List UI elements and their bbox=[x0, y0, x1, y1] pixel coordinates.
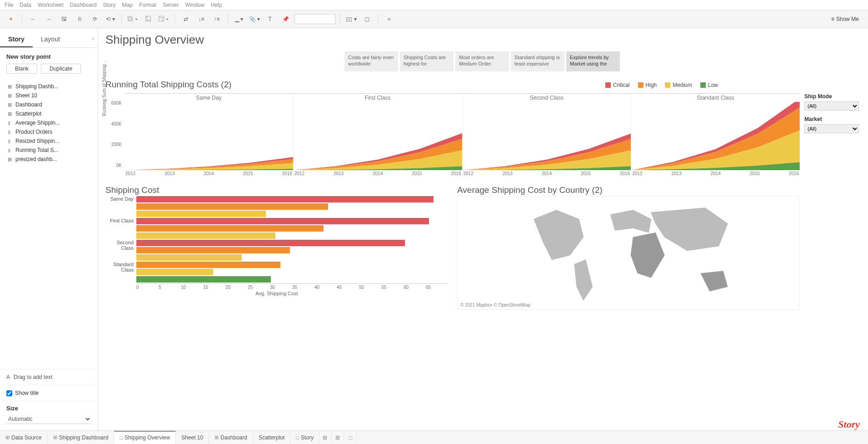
swap-icon[interactable]: ⇄ bbox=[180, 13, 192, 25]
menu-format[interactable]: Format bbox=[139, 2, 156, 8]
duplicate-icon[interactable]: ⿺ bbox=[142, 13, 155, 25]
sheet-item[interactable]: ⫿Average Shippin... bbox=[0, 118, 98, 127]
group-icon[interactable]: 📎 ▾ bbox=[248, 13, 261, 25]
auto-update-icon[interactable]: ⟲ ▾ bbox=[104, 13, 117, 25]
menu-help[interactable]: Help bbox=[211, 2, 222, 8]
menu-bar: File Data Worksheet Dashboard Story Map … bbox=[0, 0, 868, 10]
sheet-icon: ⊞ bbox=[6, 84, 13, 90]
sheet-item[interactable]: ⊞presized dashb... bbox=[0, 155, 98, 164]
story-caption[interactable]: Standard shipping is least expensive bbox=[511, 51, 564, 71]
menu-worksheet[interactable]: Worksheet bbox=[38, 2, 64, 8]
save-icon[interactable]: 🖫 bbox=[58, 13, 70, 25]
show-title-checkbox[interactable]: Show title bbox=[0, 385, 98, 401]
duplicate-button[interactable]: Duplicate bbox=[41, 64, 81, 74]
world-map[interactable]: © 2021 Mapbox © OpenStreetMap bbox=[457, 196, 800, 310]
sheet-item[interactable]: ⊞Sheet 10 bbox=[0, 91, 98, 100]
legend-label: High bbox=[646, 82, 657, 88]
blank-button[interactable]: Blank bbox=[6, 64, 37, 74]
story-caption[interactable]: Explore trends by Market using the bbox=[566, 51, 620, 71]
sheet-item[interactable]: ⊞Dashboard bbox=[0, 100, 98, 109]
story-title: Shipping Overview bbox=[105, 33, 859, 47]
collapse-pane-icon[interactable]: ‹ bbox=[89, 32, 98, 47]
highlight-icon[interactable]: ▁ ▾ bbox=[233, 13, 245, 25]
bottom-tab[interactable]: Scatterplot bbox=[253, 431, 290, 431]
bottom-tab[interactable]: ⊞Shipping Dashboard bbox=[48, 431, 115, 431]
bottom-tab[interactable]: ⊞Data Source bbox=[0, 431, 48, 431]
legend-item[interactable]: Medium bbox=[665, 82, 692, 88]
menu-dashboard[interactable]: Dashboard bbox=[70, 2, 97, 8]
pin-icon[interactable]: 📌 bbox=[279, 13, 292, 25]
tab-layout[interactable]: Layout bbox=[33, 32, 68, 47]
story-watermark: Story bbox=[838, 419, 860, 430]
sheet-item[interactable]: ⫿Running Total S... bbox=[0, 146, 98, 155]
bar-row: Second Class bbox=[105, 240, 448, 262]
legend-item[interactable]: Low bbox=[700, 82, 718, 88]
menu-map[interactable]: Map bbox=[122, 2, 133, 8]
tableau-logo-icon[interactable]: ✦ bbox=[5, 13, 17, 25]
story-caption[interactable]: Most orders are Medium Order bbox=[455, 51, 509, 71]
legend-item[interactable]: Critical bbox=[605, 82, 630, 88]
sort-desc-icon[interactable]: ↑≡ bbox=[210, 13, 223, 25]
bottom-tab[interactable]: Sheet 10 bbox=[176, 431, 209, 431]
bar[interactable] bbox=[136, 232, 275, 239]
area-panel[interactable]: Second Class20122013201420152016 bbox=[463, 94, 632, 176]
bar[interactable] bbox=[136, 211, 266, 217]
legend-item[interactable]: High bbox=[638, 82, 657, 88]
story-caption[interactable]: Costs are fairly even worldwide: bbox=[344, 51, 398, 71]
bar[interactable] bbox=[136, 262, 280, 268]
bar[interactable] bbox=[136, 218, 429, 224]
back-icon[interactable]: ← bbox=[27, 13, 40, 25]
show-title-input[interactable] bbox=[6, 390, 12, 396]
menu-story[interactable]: Story bbox=[103, 2, 116, 8]
presentation-icon[interactable]: ▢ bbox=[360, 13, 373, 25]
share-icon[interactable]: ∝ bbox=[383, 13, 395, 25]
clear-icon[interactable]: ⿹ ▾ bbox=[157, 13, 170, 25]
menu-data[interactable]: Data bbox=[20, 2, 31, 8]
left-pane: Story Layout ‹ New story point Blank Dup… bbox=[0, 28, 98, 431]
bar-row: Same Day bbox=[105, 196, 448, 218]
tab-story[interactable]: Story bbox=[0, 32, 33, 47]
new-worksheet-icon[interactable]: ⿻ ▾ bbox=[126, 13, 139, 25]
filter-market-label: Market bbox=[804, 116, 859, 122]
bottom-tab[interactable]: □Shipping Overview bbox=[114, 431, 176, 432]
bottom-tab[interactable]: ⊞Dashboard bbox=[209, 431, 253, 431]
story-caption[interactable]: Shipping Costs are highest for bbox=[400, 51, 454, 71]
sheet-item[interactable]: ⊞Scatterplot bbox=[0, 109, 98, 118]
filter-market-select[interactable]: (All) bbox=[804, 124, 859, 133]
sheet-item[interactable]: ⫿Product Orders bbox=[0, 127, 98, 136]
size-select[interactable]: Automatic bbox=[6, 414, 91, 424]
menu-window[interactable]: Window bbox=[185, 2, 205, 8]
bar[interactable] bbox=[136, 276, 271, 283]
bottom-tab[interactable]: □Story bbox=[290, 431, 319, 431]
show-me-button[interactable]: ≡ Show Me bbox=[827, 16, 863, 22]
filter-shipmode-select[interactable]: (All) bbox=[804, 101, 859, 111]
bar[interactable] bbox=[136, 269, 213, 275]
area-panel[interactable]: First Class20122013201420152016 bbox=[294, 94, 463, 176]
toolbar-search-input[interactable] bbox=[294, 14, 335, 24]
menu-file[interactable]: File bbox=[5, 2, 13, 8]
new-data-icon[interactable]: ⎘ bbox=[73, 13, 86, 25]
sheet-icon: ⫿ bbox=[6, 138, 13, 144]
bar[interactable] bbox=[136, 203, 328, 210]
bar[interactable] bbox=[136, 254, 242, 261]
bar[interactable] bbox=[136, 196, 434, 202]
area-panel[interactable]: Standard Class20122013201420152016 bbox=[631, 94, 800, 176]
legend-swatch bbox=[605, 82, 611, 88]
sheet-item[interactable]: ⊞Shipping Dashb... bbox=[0, 82, 98, 91]
forward-icon[interactable]: → bbox=[42, 13, 55, 25]
show-me-icon: ≡ bbox=[831, 16, 834, 22]
bar-chart[interactable]: Same DayFirst ClassSecond ClassStandard … bbox=[105, 196, 448, 283]
bar[interactable] bbox=[136, 225, 324, 232]
label-icon[interactable]: T bbox=[264, 13, 276, 25]
menu-server[interactable]: Server bbox=[163, 2, 179, 8]
bar[interactable] bbox=[136, 247, 290, 253]
x-axis: 20122013201420152016 bbox=[463, 170, 631, 176]
area-panel[interactable]: Same Day20122013201420152016 bbox=[125, 94, 294, 176]
sheet-item[interactable]: ⫿Resized Shippin... bbox=[0, 136, 98, 146]
sheet-label: Scatterplot bbox=[15, 111, 41, 117]
bar[interactable] bbox=[136, 240, 405, 246]
fit-icon[interactable]: ▯▯ ▾ bbox=[345, 13, 358, 25]
sort-asc-icon[interactable]: ↓≡ bbox=[195, 13, 208, 25]
refresh-icon[interactable]: ⟳ bbox=[89, 13, 101, 25]
drag-to-add-text[interactable]: A Drag to add text bbox=[0, 369, 98, 385]
